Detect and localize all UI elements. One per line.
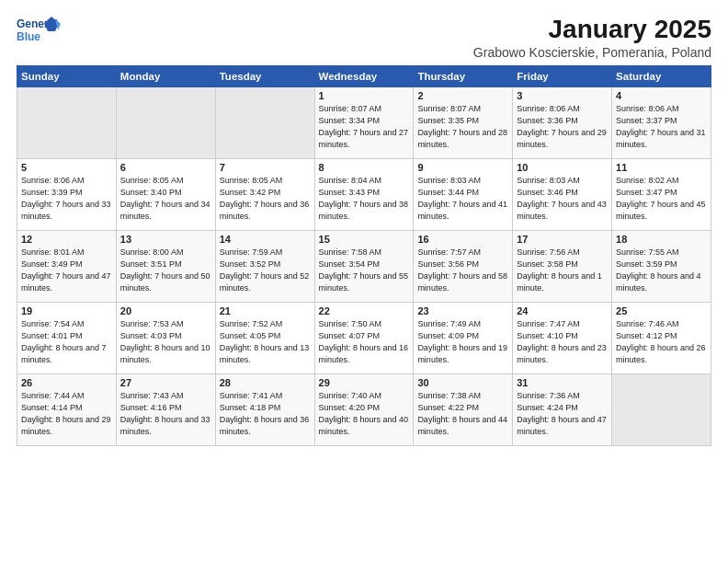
day-info: Sunrise: 8:03 AM Sunset: 3:46 PM Dayligh… — [517, 175, 608, 223]
day-cell: 4Sunrise: 8:06 AM Sunset: 3:37 PM Daylig… — [612, 87, 711, 159]
day-number: 23 — [417, 305, 508, 316]
day-cell: 24Sunrise: 7:47 AM Sunset: 4:10 PM Dayli… — [513, 303, 612, 374]
day-cell — [612, 374, 711, 446]
day-cell: 17Sunrise: 7:56 AM Sunset: 3:58 PM Dayli… — [513, 231, 612, 303]
header-cell-friday: Friday — [513, 66, 612, 87]
day-info: Sunrise: 7:40 AM Sunset: 4:20 PM Dayligh… — [319, 390, 410, 438]
header: General Blue January 2025 Grabowo Koscie… — [17, 15, 711, 60]
day-cell: 16Sunrise: 7:57 AM Sunset: 3:56 PM Dayli… — [414, 231, 513, 303]
day-cell: 8Sunrise: 8:04 AM Sunset: 3:43 PM Daylig… — [314, 159, 414, 231]
header-row: SundayMondayTuesdayWednesdayThursdayFrid… — [17, 66, 711, 87]
day-cell — [116, 87, 215, 159]
day-number: 31 — [517, 377, 608, 388]
day-number: 20 — [120, 305, 211, 316]
day-cell: 10Sunrise: 8:03 AM Sunset: 3:46 PM Dayli… — [513, 159, 612, 231]
day-info: Sunrise: 8:06 AM Sunset: 3:39 PM Dayligh… — [21, 175, 112, 223]
calendar-table: SundayMondayTuesdayWednesdayThursdayFrid… — [17, 65, 711, 446]
day-cell: 18Sunrise: 7:55 AM Sunset: 3:59 PM Dayli… — [612, 231, 711, 303]
day-cell: 29Sunrise: 7:40 AM Sunset: 4:20 PM Dayli… — [314, 374, 414, 446]
header-cell-wednesday: Wednesday — [314, 66, 414, 87]
day-cell: 26Sunrise: 7:44 AM Sunset: 4:14 PM Dayli… — [17, 374, 117, 446]
header-cell-thursday: Thursday — [414, 66, 513, 87]
day-info: Sunrise: 8:02 AM Sunset: 3:47 PM Dayligh… — [616, 175, 707, 223]
calendar-body: 1Sunrise: 8:07 AM Sunset: 3:34 PM Daylig… — [17, 87, 711, 446]
day-info: Sunrise: 7:50 AM Sunset: 4:07 PM Dayligh… — [319, 318, 410, 366]
day-number: 27 — [120, 377, 211, 388]
day-info: Sunrise: 7:54 AM Sunset: 4:01 PM Dayligh… — [21, 318, 112, 366]
day-number: 6 — [120, 162, 211, 173]
day-cell: 13Sunrise: 8:00 AM Sunset: 3:51 PM Dayli… — [116, 231, 215, 303]
header-cell-sunday: Sunday — [17, 66, 117, 87]
day-cell: 21Sunrise: 7:52 AM Sunset: 4:05 PM Dayli… — [215, 303, 314, 374]
day-cell: 1Sunrise: 8:07 AM Sunset: 3:34 PM Daylig… — [314, 87, 414, 159]
day-info: Sunrise: 8:00 AM Sunset: 3:51 PM Dayligh… — [120, 247, 211, 294]
day-info: Sunrise: 8:01 AM Sunset: 3:49 PM Dayligh… — [21, 247, 112, 294]
day-number: 7 — [220, 162, 311, 173]
title-block: January 2025 Grabowo Koscierskie, Pomera… — [473, 15, 711, 60]
day-number: 1 — [319, 90, 410, 101]
day-number: 15 — [319, 234, 410, 245]
day-number: 2 — [417, 90, 508, 101]
day-number: 24 — [517, 305, 608, 316]
day-cell: 7Sunrise: 8:05 AM Sunset: 3:42 PM Daylig… — [215, 159, 314, 231]
day-cell: 5Sunrise: 8:06 AM Sunset: 3:39 PM Daylig… — [17, 159, 117, 231]
day-info: Sunrise: 7:56 AM Sunset: 3:58 PM Dayligh… — [517, 247, 608, 294]
day-info: Sunrise: 8:03 AM Sunset: 3:44 PM Dayligh… — [417, 175, 508, 223]
day-number: 26 — [21, 377, 112, 388]
day-info: Sunrise: 7:44 AM Sunset: 4:14 PM Dayligh… — [21, 390, 112, 438]
day-info: Sunrise: 8:07 AM Sunset: 3:34 PM Dayligh… — [319, 103, 410, 151]
day-cell: 25Sunrise: 7:46 AM Sunset: 4:12 PM Dayli… — [612, 303, 711, 374]
day-info: Sunrise: 7:38 AM Sunset: 4:22 PM Dayligh… — [417, 390, 508, 438]
day-number: 8 — [319, 162, 410, 173]
day-info: Sunrise: 7:47 AM Sunset: 4:10 PM Dayligh… — [517, 318, 608, 366]
day-number: 21 — [220, 305, 311, 316]
header-cell-saturday: Saturday — [612, 66, 711, 87]
day-cell — [215, 87, 314, 159]
day-number: 5 — [21, 162, 112, 173]
day-info: Sunrise: 8:04 AM Sunset: 3:43 PM Dayligh… — [319, 175, 410, 223]
day-info: Sunrise: 7:58 AM Sunset: 3:54 PM Dayligh… — [319, 247, 410, 294]
day-info: Sunrise: 8:05 AM Sunset: 3:42 PM Dayligh… — [220, 175, 311, 223]
day-info: Sunrise: 7:52 AM Sunset: 4:05 PM Dayligh… — [220, 318, 311, 366]
day-info: Sunrise: 8:06 AM Sunset: 3:37 PM Dayligh… — [616, 103, 707, 151]
day-number: 9 — [417, 162, 508, 173]
day-cell: 28Sunrise: 7:41 AM Sunset: 4:18 PM Dayli… — [215, 374, 314, 446]
day-info: Sunrise: 7:53 AM Sunset: 4:03 PM Dayligh… — [120, 318, 211, 366]
day-cell: 31Sunrise: 7:36 AM Sunset: 4:24 PM Dayli… — [513, 374, 612, 446]
day-cell: 12Sunrise: 8:01 AM Sunset: 3:49 PM Dayli… — [17, 231, 117, 303]
day-info: Sunrise: 7:57 AM Sunset: 3:56 PM Dayligh… — [417, 247, 508, 294]
day-number: 10 — [517, 162, 608, 173]
logo: General Blue — [17, 15, 61, 48]
day-number: 19 — [21, 305, 112, 316]
week-row-1: 1Sunrise: 8:07 AM Sunset: 3:34 PM Daylig… — [17, 87, 711, 159]
header-cell-tuesday: Tuesday — [215, 66, 314, 87]
day-cell: 11Sunrise: 8:02 AM Sunset: 3:47 PM Dayli… — [612, 159, 711, 231]
day-number: 22 — [319, 305, 410, 316]
day-cell: 15Sunrise: 7:58 AM Sunset: 3:54 PM Dayli… — [314, 231, 414, 303]
day-number: 16 — [417, 234, 508, 245]
day-cell: 9Sunrise: 8:03 AM Sunset: 3:44 PM Daylig… — [414, 159, 513, 231]
day-number: 17 — [517, 234, 608, 245]
week-row-2: 5Sunrise: 8:06 AM Sunset: 3:39 PM Daylig… — [17, 159, 711, 231]
day-number: 14 — [220, 234, 311, 245]
calendar-subtitle: Grabowo Koscierskie, Pomerania, Poland — [473, 45, 711, 60]
day-info: Sunrise: 7:49 AM Sunset: 4:09 PM Dayligh… — [417, 318, 508, 366]
day-number: 29 — [319, 377, 410, 388]
day-info: Sunrise: 7:55 AM Sunset: 3:59 PM Dayligh… — [616, 247, 707, 294]
day-number: 12 — [21, 234, 112, 245]
day-info: Sunrise: 7:36 AM Sunset: 4:24 PM Dayligh… — [517, 390, 608, 438]
day-info: Sunrise: 8:05 AM Sunset: 3:40 PM Dayligh… — [120, 175, 211, 223]
day-number: 18 — [616, 234, 707, 245]
day-info: Sunrise: 7:46 AM Sunset: 4:12 PM Dayligh… — [616, 318, 707, 366]
day-number: 30 — [417, 377, 508, 388]
day-number: 4 — [616, 90, 707, 101]
day-info: Sunrise: 7:41 AM Sunset: 4:18 PM Dayligh… — [220, 390, 311, 438]
day-cell — [17, 87, 117, 159]
day-cell: 14Sunrise: 7:59 AM Sunset: 3:52 PM Dayli… — [215, 231, 314, 303]
day-cell: 30Sunrise: 7:38 AM Sunset: 4:22 PM Dayli… — [414, 374, 513, 446]
svg-text:Blue: Blue — [17, 30, 40, 43]
day-number: 25 — [616, 305, 707, 316]
calendar-thead: SundayMondayTuesdayWednesdayThursdayFrid… — [17, 66, 711, 87]
day-cell: 2Sunrise: 8:07 AM Sunset: 3:35 PM Daylig… — [414, 87, 513, 159]
day-number: 11 — [616, 162, 707, 173]
